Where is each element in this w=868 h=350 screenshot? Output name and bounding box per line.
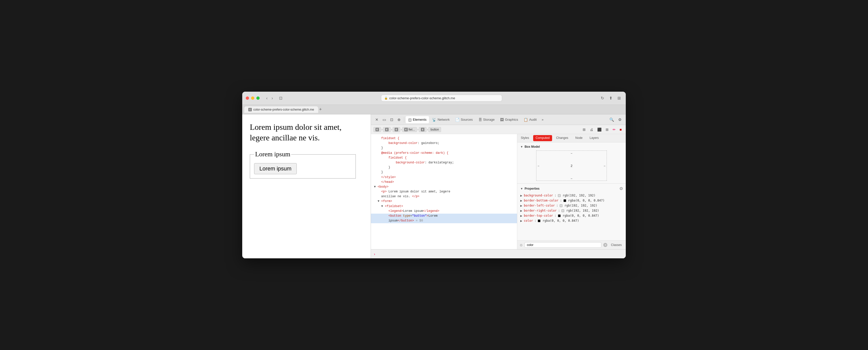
search-devtools-button[interactable]: 🔍 [608,116,616,123]
prop-val-3: rgb(192, 192, 192) [564,204,597,207]
devtools-body: fieldset { background-color: gainsboro; … [371,134,626,249]
prop-expand-6[interactable]: ▶ [520,220,522,222]
box-model-header: ▼ Box Model [520,145,623,148]
prop-val-6: rgba(0, 0, 0, 0.847) [542,219,579,223]
box-top-val: – [571,151,572,154]
tab-audit[interactable]: 📋 Audit [521,116,539,123]
settings-button[interactable]: ⚙ [616,116,623,123]
address-bar[interactable]: 🔒 color-scheme-prefers-color-scheme.glit… [381,95,502,101]
prop-expand-5[interactable]: ▶ [520,214,522,217]
classes-button[interactable]: Classes [609,243,623,247]
box-left-val: – [538,164,539,167]
filter-clear-button[interactable]: ✕ [603,243,607,247]
swatch-1[interactable] [558,194,561,197]
storage-icon: 🗄 [478,118,482,122]
browser-tab[interactable]: c color-scheme-prefers-color-scheme.glit… [244,106,318,113]
swatch-4[interactable] [561,209,564,212]
more-tabs-button[interactable]: » [540,117,546,122]
split-view-button[interactable]: ⊡ [388,116,395,123]
breadcrumb-item-2[interactable]: E [383,127,391,132]
code-line-selected-2[interactable]: ipsum</button> = $0 [371,218,517,223]
grid-view-button[interactable]: ⊞ [604,127,610,132]
tab-graphics[interactable]: 🖼 Graphics [498,116,521,123]
filter-input[interactable] [525,242,601,248]
breadcrumb-item-3[interactable]: E [393,127,400,132]
code-line: ▼ <fieldset> [371,204,517,209]
tab-elements[interactable]: ◫ Elements [406,116,429,123]
demo-button[interactable]: Lorem ipsum [254,163,297,174]
tab-sources[interactable]: 📄 Sources [453,116,475,123]
code-line: <legend>Lorem ipsum</legend> [371,209,517,214]
tab-bar: c color-scheme-prefers-color-scheme.glit… [242,105,626,114]
filter-icon: ⊙ [520,243,523,247]
breadcrumb-item-button[interactable]: button [429,127,441,132]
sources-label: Sources [461,118,473,121]
swatch-6[interactable] [538,220,540,222]
title-bar: ‹ › ⊡ 🔒 color-scheme-prefers-color-schem… [242,92,626,105]
inspect-button[interactable]: ⊕ [396,116,402,123]
code-line-selected[interactable]: <button type="button">Lorem [371,214,517,218]
tab-storage[interactable]: 🗄 Storage [476,116,497,123]
prop-expand-2[interactable]: ▶ [520,199,522,202]
properties-title: Properties [525,187,539,191]
forward-button[interactable]: › [270,95,274,101]
filter-bar: ⊙ ✕ Classes [517,240,626,249]
print-button[interactable]: 🖨 [588,127,595,132]
prop-border-top-color: ▶ border-top-color : rgba(0, 0, 0, 0.847… [520,213,623,218]
breadcrumb-item-fiel[interactable]: E fiel... [402,127,417,132]
bc-arrow-2: › [391,128,392,131]
element-badge-3: E [395,128,398,131]
tab-network[interactable]: 📡 Network [430,116,452,123]
code-panel[interactable]: fieldset { background-color: gainsboro; … [371,134,517,249]
tab-styles[interactable]: Styles [517,134,533,142]
box-right-val: – [604,164,605,167]
color-picker-button[interactable]: ■ [618,127,623,132]
breadcrumb-item-5[interactable]: E [419,127,427,132]
toolbar-divider [404,117,404,122]
lock-icon: 🔒 [384,96,388,100]
breadcrumb-item-1[interactable]: E [373,127,381,132]
tab-layers[interactable]: Layers [586,134,602,142]
page-content: Lorem ipsum dolor sit amet,legere ancill… [242,114,371,258]
close-devtools-button[interactable]: ✕ [373,116,380,123]
tab-changes[interactable]: Changes [553,134,572,142]
swatch-2[interactable] [563,199,566,202]
audit-icon: 📋 [524,118,528,122]
reload-button[interactable]: ↻ [599,95,606,101]
network-icon: 📡 [432,118,436,122]
prop-val-5: rgba(0, 0, 0, 0.847) [563,214,599,217]
tab-node[interactable]: Node [572,134,586,142]
expand-button[interactable]: ⊞ [616,95,622,101]
split-view-button[interactable]: ⊡ [278,95,284,101]
swatch-3[interactable] [560,204,562,207]
swatch-5[interactable] [558,214,561,217]
share-button[interactable]: ⬆ [608,95,614,101]
code-line: } [371,146,517,150]
screenshot-button[interactable]: ⬛ [596,127,603,132]
nav-buttons: ‹ › [265,95,275,101]
tab-computed[interactable]: Computed [533,135,552,141]
console-prompt-icon[interactable]: › [374,252,375,256]
sources-icon: 📄 [455,118,460,122]
layout-grid-button[interactable]: ⊞ [581,127,587,132]
minimize-button[interactable] [251,96,254,100]
prop-val-1: rgb(192, 192, 192) [563,194,595,197]
prop-expand-3[interactable]: ▶ [520,204,522,207]
prop-expand-1[interactable]: ▶ [520,194,522,197]
code-line: } [371,165,517,170]
properties-options[interactable]: ⊙ [619,186,623,191]
colon-6: : [534,219,536,223]
graphics-label: Graphics [505,118,518,121]
prop-expand-4[interactable]: ▶ [520,209,522,212]
address-bar-container: 🔒 color-scheme-prefers-color-scheme.glit… [287,95,596,101]
prop-name-4: border-right-color [524,209,557,212]
prop-border-bottom-color: ▶ border-bottom-color : rgba(0, 0, 0, 0.… [520,198,623,203]
new-tab-button[interactable]: + [319,107,322,112]
back-button[interactable]: ‹ [265,95,269,101]
close-button[interactable] [246,96,249,100]
dock-button[interactable]: ▭ [381,116,388,123]
maximize-button[interactable] [256,96,260,100]
pen-tool-button[interactable]: ✏ [611,127,617,132]
colon-2: : [560,199,562,202]
page-paragraph: Lorem ipsum dolor sit amet,legere ancill… [250,122,363,143]
